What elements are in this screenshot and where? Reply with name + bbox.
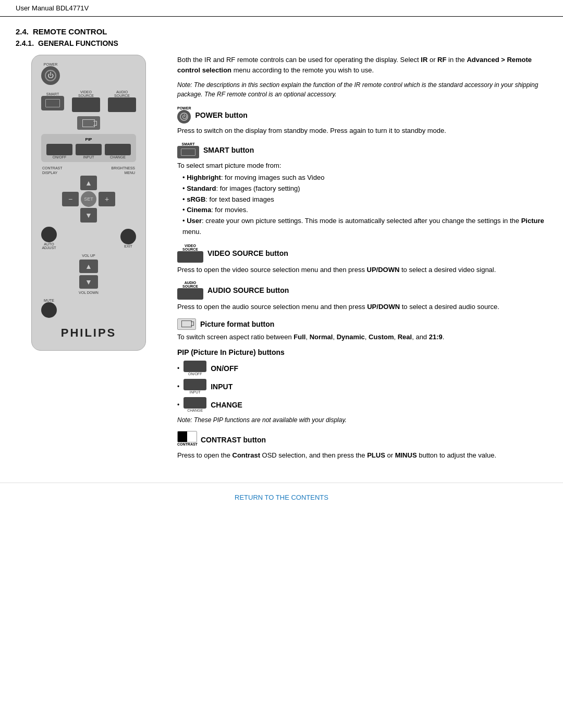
on-off-label: ON/OFF [53, 155, 66, 159]
remote-format-btn[interactable] [77, 116, 100, 130]
nav-section: ▲ − SET + ▼ [41, 176, 136, 223]
picture-format-btn-desc: To switch screen aspect ratio between Fu… [177, 332, 547, 342]
remote-input-btn[interactable] [76, 144, 102, 155]
picture-format-btn-title: Picture format button [200, 320, 274, 328]
mute-row: MUTE [41, 299, 136, 318]
remote-audio-source-btn[interactable] [108, 97, 136, 112]
pip-bullet-1: • [177, 365, 179, 372]
power-symbol: ⏻ [180, 113, 188, 121]
video-source-desc: VIDEOSOURCE VIDEO SOURCE button Press to… [177, 244, 547, 275]
pip-change-sub-label: CHANGE [187, 409, 203, 412]
pip-desc-header: PIP (Picture In Picture) buttons [177, 348, 547, 356]
picture-format-header: Picture format button [177, 318, 547, 330]
remote-vol-down-btn[interactable]: ▼ [79, 275, 98, 289]
pip-on-off-icon-area: ON/OFF [183, 361, 206, 376]
pip-on-off-icon [183, 361, 206, 372]
pip-change-title: CHANGE [211, 401, 242, 409]
section-number: 2.4. [16, 27, 29, 36]
nav-up-btn[interactable]: ▲ [80, 176, 97, 190]
contrast-btn-area: CONTRAST CONTRAST button [177, 431, 547, 448]
remote-change-btn[interactable] [105, 144, 131, 155]
nav-empty-tr [99, 176, 115, 190]
smart-row: SMART VIDEOSOURCE AUDIOSOURCE [41, 90, 136, 112]
power-icon-label: POWER [177, 106, 191, 110]
power-icon: ⏻ [45, 70, 56, 81]
contrast-brightness-row: CONTRAST BRIGHTNESS [41, 166, 136, 170]
desc-col: Both the IR and RF remote controls can b… [177, 55, 547, 467]
return-to-contents-link[interactable]: RETURN TO THE CONTENTS [235, 493, 328, 501]
smart-desc-icon [177, 146, 199, 158]
smart-mode-5: User: create your own picture settings. … [182, 216, 547, 238]
contrast-icon-label: CONTRAST [177, 442, 198, 446]
nav-empty-br [99, 208, 115, 223]
menu-label: MENU [124, 171, 135, 175]
change-container: CHANGE [105, 144, 131, 159]
remote-vol-up-btn[interactable]: ▲ [79, 260, 98, 273]
video-source-label: VIDEOSOURCE [78, 90, 94, 97]
nav-empty-tl [62, 176, 79, 190]
smart-mode-3: sRGB: for text based images [182, 194, 547, 205]
remote-auto-adjust-btn[interactable] [41, 227, 57, 242]
remote-mute-btn[interactable] [41, 302, 57, 318]
audio-source-desc: AUDIOSOURCE AUDIO SOURCE button Press to… [177, 281, 547, 312]
exit-container: EXIT [120, 229, 136, 248]
page-container: User Manual BDL4771V 2.4. REMOTE CONTROL… [0, 0, 563, 728]
audio-source-icon-area: AUDIOSOURCE [177, 281, 203, 300]
video-source-btn-title: VIDEO SOURCE button [207, 249, 288, 257]
smart-icon-area: SMART [177, 142, 199, 158]
power-btn-container: POWER ⏻ [41, 63, 60, 85]
nav-set-btn[interactable]: SET [81, 191, 96, 207]
pip-input-sub-label: INPUT [190, 390, 201, 394]
smart-desc-header: SMART SMART button [177, 142, 547, 158]
pip-change-icon [183, 397, 206, 409]
pip-on-off-item: • ON/OFF ON/OFF [177, 361, 547, 376]
nav-plus-btn[interactable]: + [99, 192, 115, 206]
video-source-icon-area: VIDEOSOURCE [177, 244, 203, 263]
format-btn-row [41, 116, 136, 130]
pip-input-item: • INPUT INPUT [177, 379, 547, 394]
pip-input-title: INPUT [211, 382, 232, 391]
picture-format-icon [177, 318, 196, 330]
audio-source-btn-container: AUDIOSOURCE [108, 90, 136, 112]
power-desc: POWER ⏻ POWER button Press to switch on … [177, 106, 547, 136]
pip-change-item: • CHANGE CHANGE [177, 397, 547, 412]
video-source-btn-container: VIDEOSOURCE [72, 90, 100, 112]
remote-smart-btn[interactable] [41, 96, 64, 110]
intro-text: Both the IR and RF remote controls can b… [177, 55, 547, 75]
brightness-label: BRIGHTNESS [111, 166, 135, 170]
format-outer [181, 320, 192, 327]
remote-illustration: POWER ⏻ SMART [16, 55, 162, 351]
contrast-icon [177, 431, 197, 442]
section-title: REMOTE CONTROL [33, 27, 107, 36]
video-source-icon-label: VIDEOSOURCE [182, 244, 198, 251]
remote-exit-btn[interactable] [120, 229, 136, 244]
contrast-icon-container: CONTRAST [177, 431, 198, 446]
mute-container: MUTE [41, 299, 57, 318]
header-title: User Manual BDL4771V [16, 4, 89, 12]
main-content: 2.4. REMOTE CONTROL 2.4.1. GENERAL FUNCT… [0, 17, 563, 472]
page-footer[interactable]: RETURN TO THE CONTENTS [0, 483, 563, 512]
pip-input-icon [183, 379, 206, 390]
remote-on-off-btn[interactable] [46, 144, 72, 155]
audio-source-btn-title: AUDIO SOURCE button [207, 286, 289, 294]
input-container: INPUT [76, 144, 102, 159]
power-label: POWER [44, 63, 57, 66]
vol-up-label: VOL UP [82, 254, 95, 257]
nav-minus-btn[interactable]: − [62, 192, 79, 206]
power-btn-title: POWER button [195, 111, 247, 119]
nav-empty-bl [62, 208, 79, 223]
intro-note: Note: The descriptions in this section e… [177, 80, 547, 99]
smart-modes-list: Highbright: for moving images such as Vi… [182, 172, 547, 238]
power-btn-desc: Press to switch on the display from stan… [177, 126, 547, 136]
mute-label: MUTE [44, 299, 54, 302]
subsection-number: 2.4.1. [16, 39, 34, 47]
audio-source-label: AUDIOSOURCE [114, 90, 130, 97]
philips-logo: PHILIPS [41, 323, 136, 340]
nav-down-btn[interactable]: ▼ [80, 208, 97, 223]
pip-desc: PIP (Picture In Picture) buttons • ON/OF… [177, 348, 547, 425]
remote-power-btn[interactable]: ⏻ [41, 66, 60, 85]
display-label: DISPLAY [42, 171, 57, 175]
contrast-btn-title: CONTRAST button [201, 436, 266, 444]
remote-video-source-btn[interactable] [72, 97, 100, 112]
power-desc-icon: ⏻ [177, 110, 191, 124]
